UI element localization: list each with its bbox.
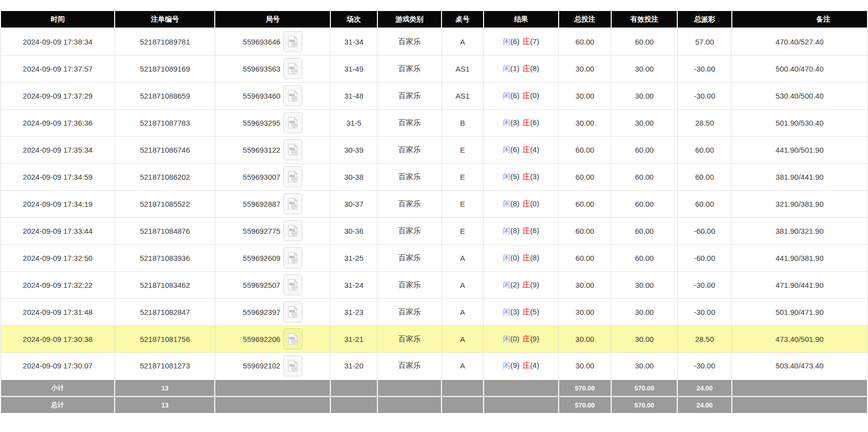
banker-score: (9) xyxy=(530,280,539,289)
session-cell: 31-25 xyxy=(330,244,377,271)
subtotal-count: 13 xyxy=(115,379,215,396)
video-replay-icon[interactable] xyxy=(283,139,302,160)
video-replay-icon[interactable] xyxy=(283,274,302,295)
remark-cell: 530.40/500.40 xyxy=(732,82,867,109)
remark-cell: 381.90/441.90 xyxy=(732,163,867,190)
player-label: 闲 xyxy=(503,172,511,181)
game-type-cell: 百家乐 xyxy=(377,271,442,298)
total-bet-cell: 60.00 xyxy=(559,217,611,244)
valid-bet-cell: 60.00 xyxy=(611,217,678,244)
remark-cell: 500.40/470.40 xyxy=(732,55,867,82)
table-row[interactable]: 2024-09-09 17:35:34 521871086746 5596931… xyxy=(1,136,867,163)
payout-cell: -30.00 xyxy=(677,271,731,298)
table-no-cell: A xyxy=(442,271,484,298)
time-cell: 2024-09-09 17:37:29 xyxy=(1,82,115,109)
table-no-cell: A xyxy=(442,298,484,325)
player-label: 闲 xyxy=(503,280,511,289)
round-id-value: 559692775 xyxy=(243,227,280,235)
table-no-cell: A xyxy=(442,28,484,55)
table-no-cell: B xyxy=(442,109,484,136)
result-cell: 闲(6)庄(0) xyxy=(484,82,559,109)
column-header-result: 结果 xyxy=(484,11,559,28)
table-row[interactable]: 2024-09-09 17:38:34 521871089781 5596936… xyxy=(1,28,867,55)
session-cell: 31-49 xyxy=(330,55,377,82)
column-header-valid-bet: 有效投注 xyxy=(611,11,678,28)
bet-id-cell: 521871086746 xyxy=(115,136,215,163)
video-replay-icon[interactable] xyxy=(283,166,302,187)
table-row[interactable]: 2024-09-09 17:34:59 521871086202 5596930… xyxy=(1,163,867,190)
time-cell: 2024-09-09 17:30:38 xyxy=(1,325,115,352)
video-replay-icon[interactable] xyxy=(283,301,302,322)
banker-label: 庄 xyxy=(523,145,530,154)
bet-id-cell: 521871089169 xyxy=(115,55,215,82)
table-row[interactable]: 2024-09-09 17:32:50 521871083936 5596926… xyxy=(1,244,867,271)
session-cell: 31-23 xyxy=(330,298,377,325)
banker-score: (9) xyxy=(530,334,539,343)
result-cell: 闲(6)庄(7) xyxy=(484,28,559,55)
banker-label: 庄 xyxy=(523,253,530,262)
remark-cell: 470.40/527.40 xyxy=(732,28,867,55)
table-row[interactable]: 2024-09-09 17:33:44 521871084876 5596927… xyxy=(1,217,867,244)
banker-label: 庄 xyxy=(523,280,530,289)
bet-id-cell: 521871083462 xyxy=(115,271,215,298)
session-cell: 30-37 xyxy=(330,190,377,217)
column-header-table-no: 桌号 xyxy=(442,11,484,28)
payout-cell: -30.00 xyxy=(677,298,731,325)
player-score: (8) xyxy=(511,199,520,208)
video-replay-icon[interactable] xyxy=(283,112,302,133)
bet-id-cell: 521871083936 xyxy=(115,244,215,271)
payout-cell: 28.50 xyxy=(677,325,731,352)
time-cell: 2024-09-09 17:34:19 xyxy=(1,190,115,217)
time-cell: 2024-09-09 17:38:34 xyxy=(1,28,115,55)
payout-cell: -60.00 xyxy=(677,217,731,244)
valid-bet-cell: 30.00 xyxy=(611,325,678,352)
video-replay-icon[interactable] xyxy=(283,355,302,376)
payout-cell: 60.00 xyxy=(677,136,731,163)
time-cell: 2024-09-09 17:33:44 xyxy=(1,217,115,244)
table-row[interactable]: 2024-09-09 17:30:38 521871081756 5596922… xyxy=(1,325,867,352)
bet-records-table: 时间 注单编号 局号 场次 游戏类别 桌号 结果 总投注 有效投注 总派彩 备注… xyxy=(0,10,868,414)
round-id-cell: 559693122 xyxy=(215,136,330,163)
payout-cell: 60.00 xyxy=(677,163,731,190)
round-id-value: 559693295 xyxy=(243,119,280,127)
subtotal-row: 小计 13 570.00 570.00 24.00 xyxy=(1,379,867,396)
table-row[interactable]: 2024-09-09 17:30:07 521871081273 5596921… xyxy=(1,352,867,379)
session-cell: 30-38 xyxy=(330,163,377,190)
remark-cell: 503.40/473.40 xyxy=(732,352,867,379)
result-cell: 闲(8)庄(0) xyxy=(484,190,559,217)
payout-cell: -60.00 xyxy=(677,244,731,271)
table-row[interactable]: 2024-09-09 17:32:22 521871083462 5596925… xyxy=(1,271,867,298)
player-label: 闲 xyxy=(503,91,511,100)
remark-cell: 471.90/441.90 xyxy=(732,271,867,298)
game-type-cell: 百家乐 xyxy=(377,136,442,163)
table-row[interactable]: 2024-09-09 17:36:36 521871087783 5596932… xyxy=(1,109,867,136)
valid-bet-cell: 30.00 xyxy=(611,55,678,82)
game-type-cell: 百家乐 xyxy=(377,217,442,244)
remark-cell: 501.90/530.40 xyxy=(732,109,867,136)
banker-label: 庄 xyxy=(523,91,530,100)
video-replay-icon[interactable] xyxy=(283,58,302,79)
valid-bet-cell: 30.00 xyxy=(611,352,678,379)
video-replay-icon[interactable] xyxy=(283,220,302,241)
empty-cell xyxy=(732,396,867,413)
video-replay-icon[interactable] xyxy=(283,85,302,106)
total-bet-cell: 30.00 xyxy=(559,82,611,109)
video-replay-icon[interactable] xyxy=(283,247,302,268)
total-bet-cell: 30.00 xyxy=(559,352,611,379)
table-row[interactable]: 2024-09-09 17:37:29 521871088659 5596934… xyxy=(1,82,867,109)
table-row[interactable]: 2024-09-09 17:37:57 521871089169 5596935… xyxy=(1,55,867,82)
remark-cell: 441.90/501.90 xyxy=(732,136,867,163)
round-id-cell: 559692887 xyxy=(215,190,330,217)
player-label: 闲 xyxy=(503,118,511,127)
banker-label: 庄 xyxy=(523,361,530,369)
column-header-payout: 总派彩 xyxy=(677,11,731,28)
video-replay-icon[interactable] xyxy=(283,31,302,52)
round-id-value: 559692507 xyxy=(243,281,280,289)
video-replay-icon[interactable] xyxy=(283,193,302,214)
video-replay-icon[interactable] xyxy=(283,328,302,349)
total-bet-cell: 30.00 xyxy=(559,109,611,136)
column-header-total-bet: 总投注 xyxy=(559,11,611,28)
player-label: 闲 xyxy=(503,334,511,343)
table-row[interactable]: 2024-09-09 17:34:19 521871085522 5596928… xyxy=(1,190,867,217)
table-row[interactable]: 2024-09-09 17:31:48 521871082847 5596923… xyxy=(1,298,867,325)
